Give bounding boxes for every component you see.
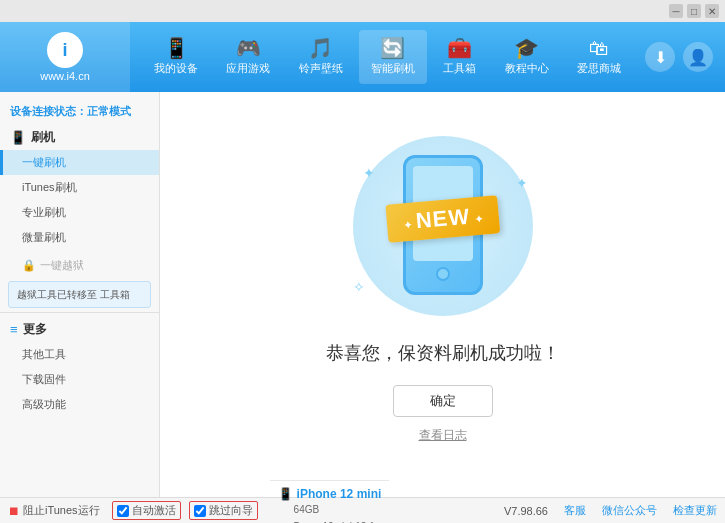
sparkle-3: ✧	[353, 279, 365, 295]
nav-item-shop[interactable]: 🛍 爱思商城	[565, 30, 633, 84]
bottom-left: ⏹ 阻止iTunes运行 自动激活 跳过向导 📱 iPhone 12 mini …	[8, 480, 389, 523]
update-link[interactable]: 检查更新	[673, 503, 717, 518]
sidebar-info-box: 越狱工具已转移至 工具箱	[8, 281, 151, 308]
nav-label-ringtone: 铃声壁纸	[299, 61, 343, 76]
header: i www.i4.cn 📱 我的设备 🎮 应用游戏 🎵 铃声壁纸 🔄 智能刷机 …	[0, 22, 725, 92]
illustration: NEW ✦ ✦ ✧	[333, 145, 553, 325]
sidebar-item-onekey[interactable]: 一键刷机	[0, 150, 159, 175]
sparkle-1: ✦	[363, 165, 375, 181]
sidebar-item-micro[interactable]: 微量刷机	[0, 225, 159, 250]
version-label: V7.98.66	[504, 505, 548, 517]
nav-item-toolbox[interactable]: 🧰 工具箱	[431, 30, 488, 84]
auto-activate-checkbox[interactable]	[117, 505, 129, 517]
flash-section-label: 刷机	[31, 129, 55, 146]
bottom-right: V7.98.66 客服 微信公众号 检查更新	[504, 503, 717, 518]
close-button[interactable]: ✕	[705, 4, 719, 18]
skip-wizard-checkbox[interactable]	[194, 505, 206, 517]
auto-activate-label: 自动激活	[132, 503, 176, 518]
logo-area: i www.i4.cn	[0, 22, 130, 92]
device-details: 64GB Down-12mini-13.1	[278, 501, 382, 523]
flash-section-icon: 📱	[10, 130, 26, 145]
nav-item-mydevice[interactable]: 📱 我的设备	[142, 30, 210, 84]
tutorial-icon: 🎓	[514, 38, 539, 58]
nav-label-appgame: 应用游戏	[226, 61, 270, 76]
more-section-icon: ≡	[10, 322, 18, 337]
smart-icon: 🔄	[380, 38, 405, 58]
sidebar-item-advanced[interactable]: 高级功能	[0, 392, 159, 417]
wechat-link[interactable]: 微信公众号	[602, 503, 657, 518]
nav-item-tutorial[interactable]: 🎓 教程中心	[493, 30, 561, 84]
device-section: 📱 iPhone 12 mini 64GB Down-12mini-13.1	[270, 480, 390, 523]
nav-item-ringtone[interactable]: 🎵 铃声壁纸	[287, 30, 355, 84]
device-name: 📱 iPhone 12 mini	[278, 487, 382, 501]
sidebar-section-flash: 📱 刷机 一键刷机 iTunes刷机 专业刷机 微量刷机	[0, 125, 159, 250]
nav-label-smart: 智能刷机	[371, 61, 415, 76]
service-link[interactable]: 客服	[564, 503, 586, 518]
title-bar: ─ □ ✕	[0, 0, 725, 22]
sidebar-item-pro[interactable]: 专业刷机	[0, 200, 159, 225]
toolbox-icon: 🧰	[447, 38, 472, 58]
mydevice-icon: 📱	[164, 38, 189, 58]
main-layout: 设备连接状态：正常模式 📱 刷机 一键刷机 iTunes刷机 专业刷机 微量刷机…	[0, 92, 725, 497]
device-storage: 64GB	[294, 501, 382, 518]
bottom-bar: ⏹ 阻止iTunes运行 自动激活 跳过向导 📱 iPhone 12 mini …	[0, 497, 725, 523]
nav-items: 📱 我的设备 🎮 应用游戏 🎵 铃声壁纸 🔄 智能刷机 🧰 工具箱 🎓 教程中心…	[130, 22, 645, 92]
sidebar-item-download[interactable]: 下载固件	[0, 367, 159, 392]
sidebar-item-othertools[interactable]: 其他工具	[0, 342, 159, 367]
download-button[interactable]: ⬇	[645, 42, 675, 72]
status-value: 正常模式	[87, 105, 131, 117]
more-section-label: 更多	[23, 321, 47, 338]
skip-wizard-label: 跳过向导	[209, 503, 253, 518]
stop-label: 阻止iTunes运行	[23, 503, 100, 518]
status-bar: 设备连接状态：正常模式	[0, 100, 159, 125]
maximize-button[interactable]: □	[687, 4, 701, 18]
skip-wizard-checkbox-label[interactable]: 跳过向导	[189, 501, 258, 520]
logo-text: www.i4.cn	[40, 70, 90, 82]
minimize-button[interactable]: ─	[669, 4, 683, 18]
device-model: Down-12mini-13.1	[294, 518, 382, 523]
nav-right: ⬇ 👤	[645, 42, 725, 72]
secondary-link[interactable]: 查看日志	[419, 427, 467, 444]
nav-label-shop: 爱思商城	[577, 61, 621, 76]
user-button[interactable]: 👤	[683, 42, 713, 72]
sidebar-item-itunes[interactable]: iTunes刷机	[0, 175, 159, 200]
logo-icon: i	[47, 32, 83, 68]
nav-label-toolbox: 工具箱	[443, 61, 476, 76]
auto-activate-checkbox-label[interactable]: 自动激活	[112, 501, 181, 520]
sidebar: 设备连接状态：正常模式 📱 刷机 一键刷机 iTunes刷机 专业刷机 微量刷机…	[0, 92, 160, 497]
sidebar-section-header-flash[interactable]: 📱 刷机	[0, 125, 159, 150]
stop-itunes-button[interactable]: ⏹ 阻止iTunes运行	[8, 503, 100, 518]
sidebar-more-header[interactable]: ≡ 更多	[0, 317, 159, 342]
phone-small-icon: 📱	[278, 487, 293, 501]
appgame-icon: 🎮	[236, 38, 261, 58]
shop-icon: 🛍	[589, 38, 609, 58]
sidebar-locked-jailbreak: 🔒 一键越狱	[0, 254, 159, 277]
stop-icon: ⏹	[8, 504, 20, 518]
success-text: 恭喜您，保资料刷机成功啦！	[326, 341, 560, 365]
nav-label-mydevice: 我的设备	[154, 61, 198, 76]
device-name-text: iPhone 12 mini	[297, 487, 382, 501]
sidebar-divider	[0, 312, 159, 313]
sparkle-2: ✦	[516, 175, 528, 191]
phone-home-button	[436, 267, 450, 281]
lock-icon: 🔒	[22, 259, 36, 272]
status-label: 设备连接状态：	[10, 105, 87, 117]
checkbox-group: 自动激活 跳过向导	[112, 501, 258, 520]
confirm-button[interactable]: 确定	[393, 385, 493, 417]
nav-item-smart[interactable]: 🔄 智能刷机	[359, 30, 427, 84]
content-area: NEW ✦ ✦ ✧ 恭喜您，保资料刷机成功啦！ 确定 查看日志	[160, 92, 725, 497]
nav-item-appgame[interactable]: 🎮 应用游戏	[214, 30, 282, 84]
locked-label: 一键越狱	[40, 258, 84, 273]
nav-label-tutorial: 教程中心	[505, 61, 549, 76]
ringtone-icon: 🎵	[308, 38, 333, 58]
sidebar-section-more: ≡ 更多 其他工具 下载固件 高级功能	[0, 317, 159, 417]
